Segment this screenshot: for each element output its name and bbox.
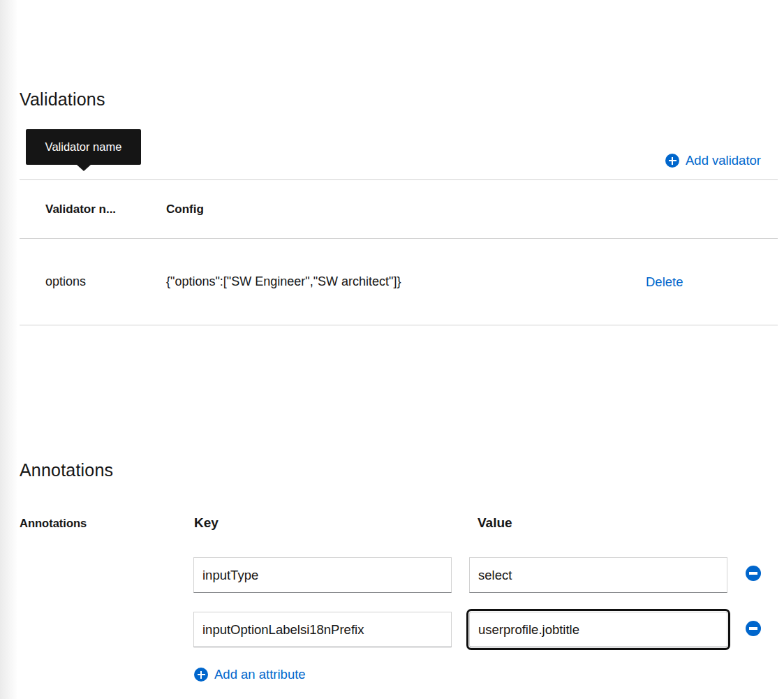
annotation-value-input[interactable] bbox=[469, 557, 727, 593]
tooltip-text: Validator name bbox=[45, 140, 122, 153]
validator-name-tooltip: Validator name bbox=[26, 129, 141, 165]
annotations-field-label: Annotations bbox=[20, 517, 87, 530]
minus-circle-icon[interactable] bbox=[746, 566, 761, 581]
column-header-config: Config bbox=[166, 203, 646, 216]
annotation-key-input[interactable] bbox=[193, 557, 452, 593]
minus-circle-icon[interactable] bbox=[746, 621, 761, 636]
plus-circle-icon bbox=[194, 668, 208, 682]
validations-table-header: Validator n... Config bbox=[20, 179, 778, 239]
annotation-key-input[interactable] bbox=[193, 612, 452, 647]
column-header-validator-name: Validator n... bbox=[20, 203, 166, 216]
validator-config-cell: {"options":["SW Engineer","SW architect"… bbox=[166, 274, 646, 289]
panel-edge-shadow bbox=[0, 0, 18, 699]
key-column-header: Key bbox=[194, 515, 219, 531]
table-row: options {"options":["SW Engineer","SW ar… bbox=[20, 239, 778, 325]
add-validator-button[interactable]: Add validator bbox=[665, 153, 761, 168]
validations-table: Validator n... Config options {"options"… bbox=[20, 179, 778, 325]
annotations-section-title: Annotations bbox=[20, 460, 113, 480]
validations-section-title: Validations bbox=[20, 89, 105, 110]
add-attribute-label: Add an attribute bbox=[214, 667, 306, 682]
add-attribute-button[interactable]: Add an attribute bbox=[194, 667, 306, 682]
value-column-header: Value bbox=[478, 515, 512, 531]
validator-name-cell: options bbox=[20, 274, 166, 289]
add-validator-label: Add validator bbox=[686, 153, 761, 168]
annotation-value-input-focused[interactable] bbox=[469, 612, 727, 647]
tooltip-caret bbox=[77, 165, 91, 171]
delete-validator-button[interactable]: Delete bbox=[646, 274, 683, 290]
plus-circle-icon bbox=[665, 154, 679, 168]
